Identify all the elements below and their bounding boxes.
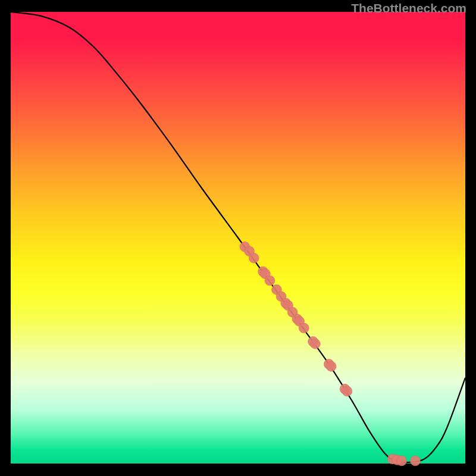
data-point: [299, 323, 309, 333]
data-point: [265, 275, 275, 286]
plot-area: [11, 12, 465, 465]
data-point: [397, 456, 407, 466]
data-point: [249, 253, 259, 263]
chart-container: TheBottleneck.com: [0, 0, 476, 476]
data-point: [310, 339, 320, 349]
data-point: [326, 361, 336, 371]
bottleneck-curve: [11, 12, 465, 462]
data-point: [342, 386, 352, 396]
watermark-text: TheBottleneck.com: [351, 1, 466, 15]
data-points-group: [240, 242, 421, 466]
data-point: [410, 456, 420, 466]
chart-svg: [11, 12, 465, 464]
